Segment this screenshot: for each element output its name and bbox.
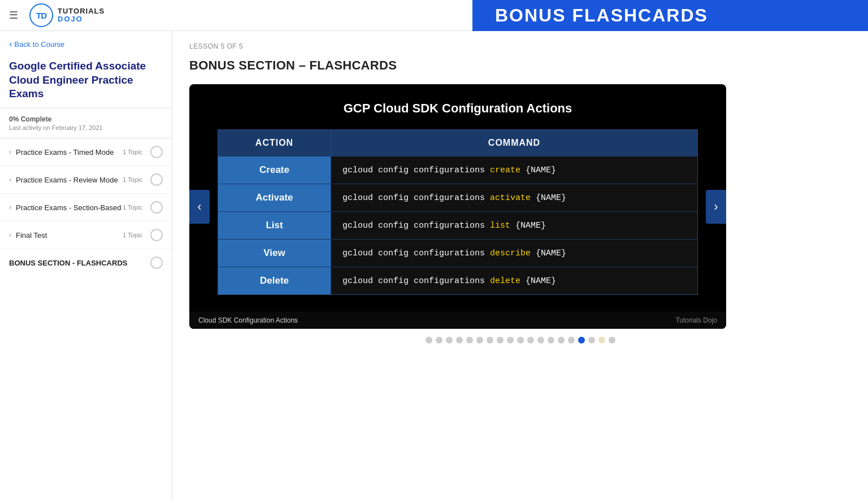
table-row: Activategcloud config configurations act…: [218, 184, 698, 212]
table-cell-action: List: [218, 212, 331, 240]
cmd-keyword: describe: [490, 249, 531, 258]
dot[interactable]: [588, 337, 595, 344]
sidebar-item-section-label: Practice Exams - Section-Based: [16, 203, 121, 212]
dot[interactable]: [466, 337, 473, 344]
logo-dojo-text: DOJO: [58, 15, 105, 23]
sidebar-item-review-topic: 1 Topic: [123, 176, 142, 183]
cmd-keyword: delete: [490, 276, 520, 286]
dot[interactable]: [568, 337, 575, 344]
nav-arrow-right[interactable]: ›: [706, 190, 726, 224]
table-header-action: ACTION: [218, 130, 331, 156]
sdk-table: ACTION COMMAND Creategcloud config confi…: [218, 129, 698, 295]
hamburger-icon[interactable]: ☰: [9, 9, 18, 21]
table-cell-command: gcloud config configurations create {NAM…: [331, 156, 698, 184]
dot[interactable]: [558, 337, 565, 344]
logo-text: TUTORIALS DOJO: [58, 7, 105, 24]
section-title: BONUS SECTION – FLASHCARDS: [189, 58, 851, 73]
table-cell-action: Activate: [218, 184, 331, 212]
table-header-command: COMMAND: [331, 130, 698, 156]
table-row: Viewgcloud config configurations describ…: [218, 240, 698, 267]
course-title: Google Certified Associate Cloud Enginee…: [0, 55, 172, 108]
table-row: Creategcloud config configurations creat…: [218, 156, 698, 184]
sidebar-item-timed-circle[interactable]: [150, 146, 163, 158]
table-cell-command: gcloud config configurations describe {N…: [331, 240, 698, 267]
dot[interactable]: [456, 337, 463, 344]
sidebar-item-timed-label: Practice Exams - Timed Mode: [16, 148, 114, 156]
content-area: LESSON 5 OF 5 BONUS SECTION – FLASHCARDS…: [172, 31, 868, 500]
chevron-right-icon: ›: [9, 148, 11, 156]
cmd-keyword: create: [490, 166, 520, 175]
logo-circle: TD: [29, 3, 53, 27]
flashcard-title: GCP Cloud SDK Configuration Actions: [218, 101, 698, 116]
table-cell-action: Create: [218, 156, 331, 184]
flashcard-container: ‹ GCP Cloud SDK Configuration Actions AC…: [189, 84, 726, 329]
main-layout: Back to Course Google Certified Associat…: [0, 31, 868, 500]
sidebar-item-final-topic: 1 Topic: [123, 232, 142, 238]
progress-percent: 0% Complete: [9, 115, 163, 123]
table-cell-action: Delete: [218, 267, 331, 295]
chevron-right-icon: ›: [9, 176, 11, 184]
dot[interactable]: [446, 337, 453, 344]
table-row: Listgcloud config configurations list {N…: [218, 212, 698, 240]
back-to-course-button[interactable]: Back to Course: [0, 31, 172, 55]
dot[interactable]: [507, 337, 514, 344]
flashcard-content: GCP Cloud SDK Configuration Actions ACTI…: [189, 84, 726, 312]
dot[interactable]: [609, 337, 615, 344]
dots-container: [189, 337, 851, 344]
table-cell-command: gcloud config configurations activate {N…: [331, 184, 698, 212]
progress-section: 0% Complete Last activity on February 17…: [0, 108, 172, 138]
lesson-label: LESSON 5 OF 5: [189, 42, 851, 50]
dot[interactable]: [578, 337, 585, 344]
sidebar-bonus-circle[interactable]: [150, 256, 163, 269]
dot[interactable]: [598, 337, 605, 344]
topbar: ☰ TD TUTORIALS DOJO BONUS FLASHCARDS: [0, 0, 868, 31]
dot[interactable]: [537, 337, 544, 344]
sidebar-item-section-circle[interactable]: [150, 201, 163, 214]
table-row: Deletegcloud config configurations delet…: [218, 267, 698, 295]
dot[interactable]: [426, 337, 432, 344]
dot[interactable]: [476, 337, 483, 344]
chevron-right-icon: ›: [9, 231, 11, 239]
nav-arrow-left[interactable]: ‹: [189, 190, 210, 224]
sidebar-items: › Practice Exams - Timed Mode 1 Topic › …: [0, 138, 172, 276]
sidebar-item-review-label: Practice Exams - Review Mode: [16, 176, 118, 184]
sidebar-bonus-label: BONUS SECTION - FLASHCARDS: [9, 259, 127, 267]
dot[interactable]: [487, 337, 493, 344]
flashcard-footer: Cloud SDK Configuration Actions Tutorial…: [189, 312, 726, 329]
table-cell-command: gcloud config configurations delete {NAM…: [331, 267, 698, 295]
chevron-right-icon: ›: [9, 203, 11, 211]
table-cell-command: gcloud config configurations list {NAME}: [331, 212, 698, 240]
sidebar-item-section-based[interactable]: › Practice Exams - Section-Based 1 Topic: [0, 194, 172, 221]
footer-caption: Cloud SDK Configuration Actions: [198, 316, 298, 324]
bonus-banner: BONUS FLASHCARDS: [472, 0, 868, 31]
sidebar-item-timed-topic: 1 Topic: [123, 149, 142, 155]
sidebar: Back to Course Google Certified Associat…: [0, 31, 172, 500]
sidebar-item-review-mode[interactable]: › Practice Exams - Review Mode 1 Topic: [0, 166, 172, 194]
logo-tutorials-text: TUTORIALS: [58, 7, 105, 15]
dot[interactable]: [527, 337, 534, 344]
sidebar-item-timed-mode[interactable]: › Practice Exams - Timed Mode 1 Topic: [0, 138, 172, 166]
bonus-banner-text: BONUS FLASHCARDS: [495, 5, 708, 26]
sidebar-item-final-circle[interactable]: [150, 229, 163, 241]
dot[interactable]: [548, 337, 554, 344]
dot[interactable]: [436, 337, 442, 344]
sidebar-item-bonus[interactable]: BONUS SECTION - FLASHCARDS: [0, 249, 172, 276]
cmd-keyword: activate: [490, 193, 531, 203]
cmd-keyword: list: [490, 221, 510, 231]
sidebar-item-review-circle[interactable]: [150, 173, 163, 186]
sidebar-item-section-topic: 1 Topic: [123, 204, 142, 211]
logo-area: ☰ TD TUTORIALS DOJO: [9, 3, 105, 27]
progress-date: Last activity on February 17, 2021: [9, 124, 163, 131]
dot[interactable]: [497, 337, 504, 344]
table-cell-action: View: [218, 240, 331, 267]
sidebar-item-final-label: Final Test: [16, 231, 47, 240]
dot[interactable]: [517, 337, 524, 344]
sidebar-item-final-test[interactable]: › Final Test 1 Topic: [0, 221, 172, 249]
footer-brand: Tutorials Dojo: [675, 316, 717, 324]
